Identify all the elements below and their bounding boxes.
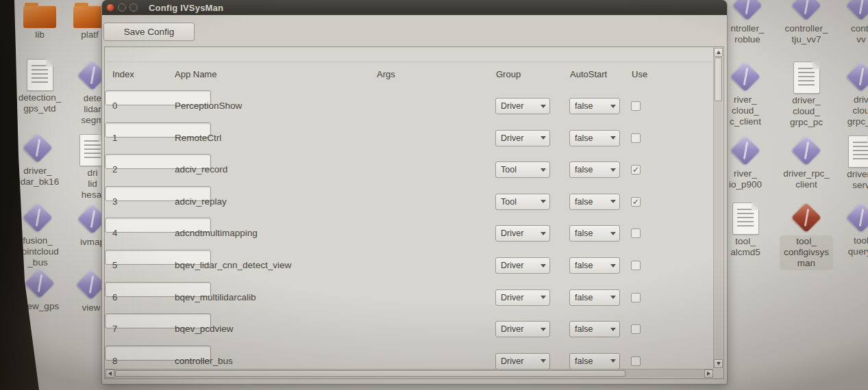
desktop-icon-label: tool queryr — [848, 235, 868, 257]
autostart-select-value: false — [575, 261, 593, 270]
desktop-icon[interactable]: driver_ cloud_ grpc_pc — [777, 60, 836, 129]
desktop-icon[interactable]: controller_ tju_vv7 — [777, 0, 836, 45]
maximize-icon[interactable] — [129, 3, 138, 12]
table-row: 4 adcndtmultimapping Driver false — [105, 218, 723, 250]
desktop-icon[interactable]: driv clou grpc_s — [832, 60, 868, 128]
desktop-icon-glyph — [21, 201, 54, 234]
desktop-icon[interactable]: tool_ configivsys man — [777, 201, 836, 270]
use-checkbox[interactable] — [631, 101, 641, 111]
group-select[interactable]: Driver — [495, 257, 550, 274]
save-config-button[interactable]: Save Config — [103, 23, 195, 41]
vertical-scrollbar[interactable] — [713, 48, 723, 368]
use-checkbox[interactable]: ✓ — [631, 165, 641, 174]
group-select[interactable]: Driver — [495, 353, 550, 369]
horizontal-scrollbar-thumb[interactable] — [115, 370, 625, 377]
table-row: 5 bqev_lidar_cnn_detect_view Driver fals… — [105, 250, 723, 282]
autostart-select[interactable]: false — [569, 98, 620, 114]
horizontal-scrollbar[interactable] — [106, 369, 713, 378]
desktop-icon-label: driver_rpc_ client — [783, 168, 830, 190]
desktop-icon-label: driver_ cloud_ grpc_pc — [790, 95, 823, 129]
autostart-select[interactable]: false — [569, 353, 620, 369]
desktop-icon[interactable]: driver_ serv — [832, 134, 868, 191]
group-select-value: Tool — [501, 165, 517, 174]
desktop-icon-glyph — [21, 131, 54, 164]
chevron-down-icon — [610, 136, 616, 140]
table-row: 7 bqev_pcdview Driver false — [105, 313, 723, 346]
row-index: 3 — [112, 196, 117, 207]
use-checkbox[interactable] — [631, 324, 641, 334]
desktop-icon-glyph — [729, 60, 762, 93]
chevron-down-icon — [610, 168, 616, 172]
desktop-icon-label: driver_ lidar_bk16 — [16, 166, 59, 187]
desktop-icon-glyph — [848, 135, 868, 168]
window-titlebar[interactable]: Config IVSysMan — [102, 0, 727, 15]
group-select[interactable]: Tool — [495, 194, 550, 210]
minimize-icon[interactable] — [118, 3, 126, 12]
autostart-select-value: false — [575, 165, 593, 174]
header-use: Use — [632, 69, 647, 79]
group-select[interactable]: Tool — [495, 161, 550, 178]
chevron-down-icon — [541, 328, 546, 331]
desktop-icon-glyph — [729, 134, 762, 167]
use-checkbox[interactable] — [631, 229, 641, 238]
table-row: 0 PerceptionShow Driver false — [105, 90, 723, 122]
use-checkbox[interactable]: ✓ — [631, 197, 641, 207]
chevron-down-icon — [541, 232, 546, 235]
autostart-select[interactable]: false — [569, 161, 620, 178]
desktop-icon[interactable]: contr vv — [832, 0, 868, 45]
autostart-select[interactable]: false — [569, 257, 620, 274]
vertical-scrollbar-thumb[interactable] — [715, 57, 722, 101]
scroll-right-icon[interactable] — [704, 369, 713, 378]
group-select[interactable]: Driver — [495, 289, 550, 306]
group-select[interactable]: Driver — [495, 225, 550, 242]
autostart-select[interactable]: false — [569, 194, 620, 210]
chevron-down-icon — [541, 264, 546, 268]
desktop-icon-label: driver_ serv — [847, 169, 868, 191]
config-window: Config IVSysMan Save Config Index App Na… — [101, 0, 728, 385]
scroll-up-icon[interactable] — [714, 48, 723, 57]
desktop-icon-glyph — [790, 134, 823, 167]
chevron-down-icon — [610, 296, 616, 299]
scroll-down-icon[interactable] — [714, 359, 723, 368]
group-select-value: Driver — [501, 324, 523, 334]
autostart-select-value: false — [575, 101, 593, 111]
app-table: Index App Name Args Group AutoStart Use … — [104, 47, 724, 379]
chevron-down-icon — [610, 105, 616, 108]
group-select[interactable]: Driver — [495, 321, 550, 337]
row-index: 7 — [112, 324, 117, 334]
header-args: Args — [377, 69, 395, 79]
desktop-icon-glyph — [731, 0, 764, 22]
table-row: 1 RemoteCtrl Driver false — [105, 122, 723, 155]
use-checkbox[interactable] — [631, 133, 641, 143]
autostart-select-value: false — [575, 293, 593, 302]
chevron-down-icon — [541, 105, 546, 108]
autostart-select[interactable]: false — [569, 225, 620, 242]
group-select[interactable]: Driver — [495, 130, 550, 146]
desktop-icon-label: river_ cloud_ c_client — [730, 94, 761, 128]
row-index: 4 — [112, 228, 117, 238]
desktop-icon-glyph — [793, 62, 820, 94]
use-checkbox[interactable] — [631, 261, 641, 270]
scroll-left-icon[interactable] — [106, 369, 114, 378]
desktop-icon-label: tool_ configivsys man — [780, 235, 833, 270]
use-checkbox[interactable] — [631, 356, 641, 366]
use-checkbox[interactable] — [631, 293, 641, 302]
desktop-icon[interactable]: detection_ gps_vtd — [10, 57, 69, 114]
desktop-icon-label: ntroller_ roblue — [731, 23, 765, 45]
chevron-down-icon — [610, 359, 616, 363]
header-index: Index — [112, 69, 134, 79]
row-index: 8 — [112, 356, 117, 366]
desktop-icon-label: dete lidar segm — [81, 93, 103, 127]
desktop-icon-glyph — [790, 0, 823, 22]
desktop-icon-label: contr vv — [851, 23, 868, 45]
group-select[interactable]: Driver — [495, 98, 550, 114]
desktop-icon[interactable]: driver_rpc_ client — [777, 134, 836, 190]
desktop-icon[interactable]: tool queryr — [832, 201, 868, 257]
group-select-value: Driver — [501, 261, 523, 270]
autostart-select[interactable]: false — [569, 289, 620, 306]
autostart-select[interactable]: false — [569, 321, 620, 337]
autostart-select[interactable]: false — [569, 130, 620, 146]
chevron-down-icon — [541, 168, 546, 172]
close-icon[interactable] — [106, 3, 114, 12]
group-select-value: Driver — [501, 133, 523, 143]
